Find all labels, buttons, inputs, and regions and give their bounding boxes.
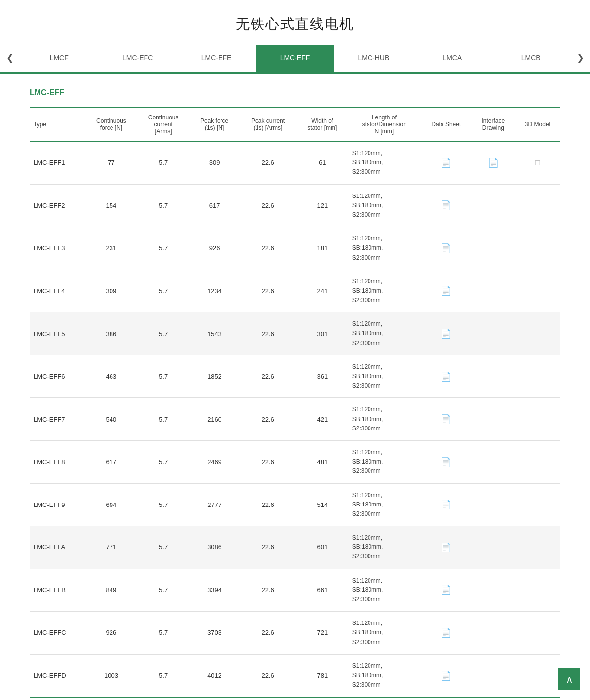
- cell-width_stator: 421: [296, 398, 348, 441]
- cell-3d-model[interactable]: [515, 483, 560, 526]
- pdf-icon[interactable]: 📄: [441, 372, 451, 382]
- cell-interface-drawing[interactable]: [472, 184, 515, 227]
- pdf-icon[interactable]: 📄: [441, 671, 451, 681]
- cell-cont_force: 386: [85, 312, 138, 355]
- tab-item-lmcefc[interactable]: LMC-EFC: [98, 45, 177, 72]
- table-row: LMC-EFFC9265.7370322.6721S1:120mm,SB:180…: [30, 612, 560, 655]
- cell-type: LMC-EFF9: [30, 483, 85, 526]
- back-to-top-button[interactable]: ∧: [558, 668, 580, 690]
- cell-width_stator: 241: [296, 270, 348, 312]
- cell-interface-drawing[interactable]: [472, 612, 515, 655]
- cell-data-sheet[interactable]: 📄: [420, 141, 472, 184]
- cell-cont_current: 5.7: [137, 227, 189, 270]
- cell-cont_current: 5.7: [137, 569, 189, 612]
- cell-interface-drawing[interactable]: 📄: [472, 141, 515, 184]
- cell-peak_current: 22.6: [239, 612, 296, 655]
- cell-peak_current: 22.6: [239, 398, 296, 441]
- pdf-icon[interactable]: 📄: [441, 543, 451, 552]
- cell-interface-drawing[interactable]: [472, 398, 515, 441]
- cell-type: LMC-EFF1: [30, 141, 85, 184]
- cell-3d-model[interactable]: [515, 654, 560, 697]
- tab-item-lmcefe[interactable]: LMC-EFE: [177, 45, 256, 72]
- tab-item-lmchub[interactable]: LMC-HUB: [334, 45, 413, 72]
- cell-type: LMC-EFF7: [30, 398, 85, 441]
- cell-data-sheet[interactable]: 📄: [420, 184, 472, 227]
- cell-cont_current: 5.7: [137, 398, 189, 441]
- cell-interface-drawing[interactable]: [472, 483, 515, 526]
- prev-arrow[interactable]: ❮: [0, 43, 20, 72]
- pdf-icon[interactable]: 📄: [441, 329, 451, 339]
- cell-3d-model[interactable]: [515, 612, 560, 655]
- cell-interface-drawing[interactable]: [472, 270, 515, 312]
- cell-interface-drawing[interactable]: [472, 526, 515, 569]
- cell-3d-model[interactable]: [515, 398, 560, 441]
- cell-type: LMC-EFF5: [30, 312, 85, 355]
- tab-item-lmca[interactable]: LMCA: [413, 45, 491, 72]
- cell-3d-model[interactable]: [515, 227, 560, 270]
- cell-data-sheet[interactable]: 📄: [420, 612, 472, 655]
- cell-width_stator: 661: [296, 569, 348, 612]
- cell-data-sheet[interactable]: 📄: [420, 227, 472, 270]
- cell-peak_force: 2160: [189, 398, 239, 441]
- pdf-icon[interactable]: 📄: [441, 414, 451, 424]
- cell-3d-model[interactable]: [515, 312, 560, 355]
- cell-interface-drawing[interactable]: [472, 654, 515, 697]
- cell-3d-model[interactable]: [515, 440, 560, 483]
- next-arrow[interactable]: ❯: [570, 43, 590, 72]
- cell-interface-drawing[interactable]: [472, 569, 515, 612]
- cell-3d-model[interactable]: [515, 270, 560, 312]
- cell-type: LMC-EFF4: [30, 270, 85, 312]
- section-title: LMC-EFF: [30, 88, 560, 97]
- cell-type: LMC-EFF6: [30, 355, 85, 398]
- table-row: LMC-EFFA7715.7308622.6601S1:120mm,SB:180…: [30, 526, 560, 569]
- cell-cont_current: 5.7: [137, 141, 189, 184]
- cell-data-sheet[interactable]: 📄: [420, 526, 472, 569]
- col-header-model_3d: 3D Model: [515, 108, 560, 141]
- pdf-icon[interactable]: 📄: [441, 200, 451, 210]
- pdf-icon[interactable]: 📄: [441, 286, 451, 296]
- cell-peak_force: 617: [189, 184, 239, 227]
- model-3d-icon[interactable]: □: [535, 158, 540, 167]
- cell-cont_current: 5.7: [137, 312, 189, 355]
- cell-length-stator: S1:120mm,SB:180mm,S2:300mm: [348, 526, 420, 569]
- cell-data-sheet[interactable]: 📄: [420, 312, 472, 355]
- tab-item-lmcb[interactable]: LMCB: [492, 45, 570, 72]
- pdf-icon[interactable]: 📄: [441, 457, 451, 467]
- cell-width_stator: 601: [296, 526, 348, 569]
- cell-data-sheet[interactable]: 📄: [420, 569, 472, 612]
- pdf-icon[interactable]: 📄: [441, 500, 451, 509]
- pdf-icon[interactable]: 📄: [441, 628, 451, 638]
- cell-type: LMC-EFF3: [30, 227, 85, 270]
- cell-data-sheet[interactable]: 📄: [420, 355, 472, 398]
- pdf-icon[interactable]: 📄: [441, 585, 451, 595]
- pdf-icon[interactable]: 📄: [441, 158, 451, 168]
- cell-cont_force: 1003: [85, 654, 138, 697]
- interface-pdf-icon[interactable]: 📄: [488, 158, 499, 168]
- cell-interface-drawing[interactable]: [472, 227, 515, 270]
- page-title: 无铁心式直线电机: [0, 0, 590, 43]
- cell-interface-drawing[interactable]: [472, 312, 515, 355]
- cell-length-stator: S1:120mm,SB:180mm,S2:300mm: [348, 355, 420, 398]
- cell-cont_current: 5.7: [137, 483, 189, 526]
- pdf-icon[interactable]: 📄: [441, 243, 451, 253]
- tab-item-lmcf[interactable]: LMCF: [20, 45, 98, 72]
- cell-interface-drawing[interactable]: [472, 355, 515, 398]
- cell-3d-model[interactable]: [515, 526, 560, 569]
- cell-data-sheet[interactable]: 📄: [420, 483, 472, 526]
- col-header-width_stator: Width ofstator [mm]: [296, 108, 348, 141]
- cell-data-sheet[interactable]: 📄: [420, 270, 472, 312]
- cell-cont_current: 5.7: [137, 654, 189, 697]
- cell-length-stator: S1:120mm,SB:180mm,S2:300mm: [348, 440, 420, 483]
- col-header-cont_force: Continuousforce [N]: [85, 108, 138, 141]
- cell-data-sheet[interactable]: 📄: [420, 654, 472, 697]
- cell-3d-model[interactable]: [515, 184, 560, 227]
- cell-data-sheet[interactable]: 📄: [420, 398, 472, 441]
- cell-3d-model[interactable]: [515, 355, 560, 398]
- content-area: LMC-EFF TypeContinuousforce [N]Continuou…: [0, 74, 590, 700]
- tab-item-lmceff[interactable]: LMC-EFF: [256, 45, 334, 72]
- cell-interface-drawing[interactable]: [472, 440, 515, 483]
- cell-peak_current: 22.6: [239, 270, 296, 312]
- cell-3d-model[interactable]: [515, 569, 560, 612]
- cell-data-sheet[interactable]: 📄: [420, 440, 472, 483]
- cell-3d-model[interactable]: □: [515, 141, 560, 184]
